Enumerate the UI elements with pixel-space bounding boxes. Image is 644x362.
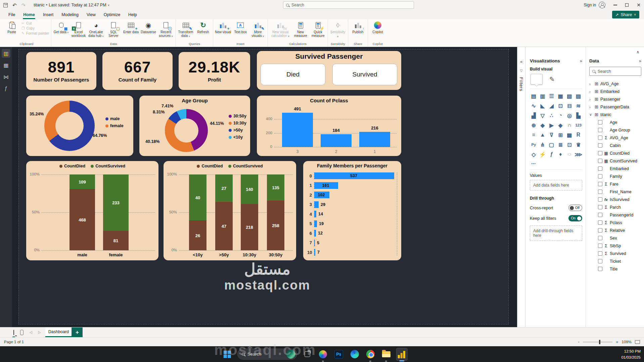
quick-measure-button[interactable]: ⚡Quick measure: [310, 20, 326, 38]
report-view-icon[interactable]: ▥: [2, 49, 10, 58]
legend-item[interactable]: CountDied: [59, 164, 85, 168]
legend-item[interactable]: male: [105, 116, 124, 121]
line-and-stacked-column-chart-icon[interactable]: ⊡: [557, 102, 564, 109]
menu-modeling[interactable]: Modeling: [58, 11, 82, 18]
multi-row-card-icon[interactable]: ≡: [530, 131, 538, 139]
chevron-right-icon[interactable]: ›: [589, 97, 593, 101]
legend-item[interactable]: CountDied: [197, 164, 223, 168]
survival-by-age-chart[interactable]: CountDiedCountSurvived 100%50%0%4026<10y…: [164, 161, 296, 260]
more-visuals-button[interactable]: ✎More visuals: [249, 20, 266, 38]
died-segment[interactable]: 468: [70, 189, 95, 250]
chrome-app-button[interactable]: [365, 348, 376, 361]
died-segment[interactable]: 218: [241, 204, 258, 250]
keep-all-filters-toggle[interactable]: On: [568, 215, 582, 221]
desktop-layout-icon[interactable]: [13, 330, 14, 335]
menu-home[interactable]: Home: [19, 11, 39, 18]
survived-segment[interactable]: 27: [215, 174, 233, 202]
new-visual-calculation-button[interactable]: fxNew visual calculation: [269, 20, 291, 38]
fit-to-page-icon[interactable]: [635, 340, 640, 344]
new-page-button[interactable]: +: [72, 327, 83, 337]
gauge-icon[interactable]: ∩: [566, 121, 573, 129]
field-row-avg_age[interactable]: ΣAVG_Age: [589, 134, 641, 142]
field-checkbox[interactable]: [598, 267, 602, 271]
legend-item[interactable]: 10:30y: [229, 121, 246, 125]
table-row-AVG_Age[interactable]: ›⊞AVG_Age: [589, 80, 641, 88]
line-chart-icon[interactable]: ∿: [530, 102, 538, 109]
shape-icon[interactable]: ◌: [566, 151, 573, 158]
field-row-issurvived[interactable]: fxIsSurvived: [589, 196, 641, 203]
more-visuals-ellipsis[interactable]: ...: [531, 159, 582, 165]
field-row-sex[interactable]: Sex: [589, 234, 641, 242]
table-row-Embarked[interactable]: ›⊞Embarked: [589, 88, 641, 95]
chevron-right-icon[interactable]: ›: [589, 105, 593, 109]
bar-row[interactable]: 329: [307, 201, 397, 208]
field-row-pclass[interactable]: ΣPclass: [589, 219, 641, 226]
bar-row[interactable]: 414: [307, 211, 397, 217]
field-checkbox[interactable]: [598, 251, 602, 256]
report-page[interactable]: 891 Number Of Passengers 667 Count of Fa…: [18, 49, 509, 324]
smart-narrative-icon[interactable]: ≣: [557, 141, 564, 148]
card-icon[interactable]: 123: [574, 121, 582, 129]
legend-item[interactable]: CountSurvived: [91, 164, 125, 168]
field-row-first_name[interactable]: First_Name: [589, 188, 641, 196]
stacked-bar[interactable]: 2747: [215, 174, 233, 250]
power-apps-visual-icon[interactable]: ◇: [530, 151, 538, 158]
copilot-button[interactable]: Copilot: [369, 20, 386, 34]
slicer-icon[interactable]: ⊽: [548, 131, 555, 139]
field-checkbox[interactable]: [598, 228, 602, 232]
bar[interactable]: [314, 230, 316, 237]
field-row-countsurvived[interactable]: ▦CountSurvived: [589, 157, 641, 165]
matrix-icon[interactable]: ▩: [566, 131, 573, 139]
table-row-titanic[interactable]: ∨⊞titanic: [589, 111, 641, 118]
collapse-pane-icon[interactable]: »: [639, 58, 641, 63]
zoom-in-icon[interactable]: +: [616, 340, 618, 345]
close-button[interactable]: ✕: [637, 3, 641, 7]
onelake-data-hub-button[interactable]: ◕OneLake data hub: [88, 20, 104, 38]
save-icon[interactable]: [3, 3, 8, 7]
chevron-right-icon[interactable]: ›: [589, 90, 593, 94]
table-view-icon[interactable]: ▦: [2, 61, 10, 69]
sql-server-button[interactable]: SQL Server: [105, 20, 122, 38]
qa-visual-icon[interactable]: ▢: [548, 141, 555, 148]
clustered-bar-chart-icon[interactable]: ☰: [548, 92, 555, 100]
bar[interactable]: [314, 211, 316, 217]
waterfall-chart-icon[interactable]: ▟: [530, 112, 538, 119]
previous-page-icon[interactable]: ◁: [30, 330, 32, 334]
power-automate-visual-icon[interactable]: ⋙: [574, 151, 582, 158]
legend-item[interactable]: female: [105, 123, 124, 128]
stacked-bar-chart-icon[interactable]: ▤: [530, 92, 538, 100]
sex-donut-chart[interactable]: 64.76% 35.24% malefemale: [26, 96, 133, 156]
arcgis-map-icon[interactable]: ♦: [557, 151, 564, 158]
survived-segment[interactable]: 233: [103, 174, 129, 231]
bar[interactable]: [314, 220, 317, 227]
kpi-card-passengers[interactable]: 891 Number Of Passengers: [26, 52, 96, 90]
kpi-card-profit[interactable]: 29.18K Profit: [179, 52, 250, 90]
menu-file[interactable]: File: [5, 11, 19, 18]
dax-query-view-icon[interactable]: ƒ: [2, 84, 10, 93]
field-row-fare[interactable]: ΣFare: [589, 180, 641, 188]
python-visual-icon[interactable]: Py: [530, 141, 538, 148]
field-checkbox[interactable]: [598, 259, 602, 263]
field-checkbox[interactable]: [598, 136, 602, 140]
field-row-relative[interactable]: ΣRelative: [589, 226, 641, 234]
paste-button[interactable]: Paste: [3, 20, 20, 34]
collapse-pane-icon[interactable]: »: [580, 58, 582, 63]
share-button[interactable]: ↗ Share ∨: [612, 11, 639, 18]
expand-pane-icon[interactable]: «: [520, 59, 522, 64]
minimize-button[interactable]: [613, 5, 617, 5]
recent-sources-button[interactable]: Recent sources: [157, 20, 174, 38]
field-row-sibsp[interactable]: ΣSibSp: [589, 242, 641, 250]
dataverse-button[interactable]: ◉Dataverse: [140, 20, 157, 34]
field-checkbox[interactable]: [598, 174, 602, 178]
bar[interactable]: [314, 240, 315, 246]
undo-icon[interactable]: ↶: [12, 3, 17, 8]
bar-row[interactable]: 612: [307, 230, 397, 237]
legend-item[interactable]: >50y: [229, 128, 246, 133]
stacked-bar[interactable]: 135258: [267, 174, 284, 250]
field-row-family[interactable]: Family: [589, 172, 641, 180]
field-row-cabin[interactable]: Cabin: [589, 142, 641, 149]
bar[interactable]: [314, 249, 315, 256]
field-checkbox[interactable]: [598, 205, 602, 209]
r-script-visual-icon[interactable]: R: [574, 131, 582, 139]
kpi-icon[interactable]: ▲: [539, 131, 547, 139]
